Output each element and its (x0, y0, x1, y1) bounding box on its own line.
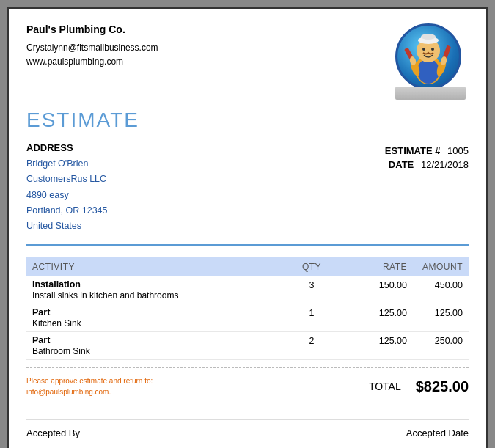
company-website: www.paulsplumbing.com (26, 55, 158, 69)
address-street: 4890 easy (26, 188, 108, 203)
logo-circle (395, 23, 461, 89)
total-label: TOTAL (369, 381, 401, 392)
svg-point-5 (421, 34, 436, 40)
logo-banner (395, 87, 466, 100)
svg-point-1 (417, 59, 439, 84)
estimate-meta: ESTIMATE # 1005 DATE 12/21/2018 (385, 145, 469, 234)
table-footer: Please approve estimate and return to: i… (26, 367, 469, 397)
row3-activity: Part Bathroom Sink (29, 335, 282, 356)
total-value: $825.00 (416, 378, 469, 395)
table-header: ACTIVITY QTY RATE AMOUNT (26, 257, 469, 276)
row3-rate: 125.00 (341, 335, 407, 346)
row1-title: Installation (32, 279, 282, 290)
footer-note: Please approve estimate and return to: i… (26, 375, 153, 397)
section-divider (26, 244, 469, 246)
row3-amount: 250.00 (407, 335, 466, 346)
company-contact: Crystalynn@fitsmallbusiness.com www.paul… (26, 41, 158, 69)
invoice-page: Paul's Plumbing Co. Crystalynn@fitsmallb… (7, 7, 488, 448)
row3-qty: 2 (282, 335, 341, 346)
signature-section: Accepted By Accepted Date (26, 419, 469, 438)
header-amount: AMOUNT (407, 262, 466, 272)
address-section: ADDRESS Bridget O'Brien CustomersRus LLC… (26, 142, 469, 234)
company-email: Crystalynn@fitsmallbusiness.com (26, 41, 158, 55)
row2-amount: 125.00 (407, 307, 466, 318)
row1-qty: 3 (282, 279, 341, 290)
estimate-number-row: ESTIMATE # 1005 (385, 145, 469, 156)
date-row: DATE 12/21/2018 (385, 159, 469, 170)
table-row: Part Kitchen Sink 1 125.00 125.00 (26, 304, 469, 332)
table-row: Part Bathroom Sink 2 125.00 250.00 (26, 332, 469, 360)
header-qty: QTY (282, 262, 341, 272)
address-data: Bridget O'Brien CustomersRus LLC 4890 ea… (26, 156, 108, 234)
row1-desc: Install sinks in kitchen and bathrooms (32, 290, 282, 301)
address-company: CustomersRus LLC (26, 172, 108, 187)
address-label: ADDRESS (26, 142, 108, 153)
logo-container (395, 23, 469, 97)
table-row: Installation Install sinks in kitchen an… (26, 276, 469, 304)
header: Paul's Plumbing Co. Crystalynn@fitsmallb… (26, 23, 469, 97)
row1-activity: Installation Install sinks in kitchen an… (29, 279, 282, 301)
date-value: 12/21/2018 (421, 159, 469, 170)
row3-desc: Bathroom Sink (32, 346, 282, 356)
estimate-number-value: 1005 (447, 145, 469, 156)
accepted-date-label: Accepted Date (406, 427, 469, 438)
row2-activity: Part Kitchen Sink (29, 307, 282, 328)
date-label: DATE (389, 159, 414, 170)
address-left: ADDRESS Bridget O'Brien CustomersRus LLC… (26, 142, 108, 234)
row2-desc: Kitchen Sink (32, 318, 282, 328)
row1-rate: 150.00 (341, 279, 407, 290)
row2-rate: 125.00 (341, 307, 407, 318)
accepted-by-label: Accepted By (26, 427, 80, 438)
row1-amount: 450.00 (407, 279, 466, 290)
footer-note-line1: Please approve estimate and return to: (26, 375, 153, 386)
row2-title: Part (32, 307, 282, 317)
row3-title: Part (32, 335, 282, 345)
header-rate: RATE (341, 262, 407, 272)
estimate-number-label: ESTIMATE # (385, 145, 441, 156)
svg-point-6 (422, 48, 425, 51)
row2-qty: 1 (282, 307, 341, 318)
company-name: Paul's Plumbing Co. (26, 23, 158, 35)
company-info: Paul's Plumbing Co. Crystalynn@fitsmallb… (26, 23, 158, 69)
estimate-title: ESTIMATE (26, 109, 469, 132)
address-city-state: Portland, OR 12345 (26, 203, 108, 219)
footer-note-line2: info@paulsplumbing.com. (26, 386, 153, 397)
plumber-logo-svg (399, 27, 458, 86)
address-name: Bridget O'Brien (26, 156, 108, 172)
svg-point-7 (431, 48, 434, 51)
address-country: United States (26, 219, 108, 234)
total-section: TOTAL $825.00 (369, 378, 469, 395)
header-activity: ACTIVITY (29, 262, 282, 272)
line-items-table: ACTIVITY QTY RATE AMOUNT Installation In… (26, 257, 469, 360)
